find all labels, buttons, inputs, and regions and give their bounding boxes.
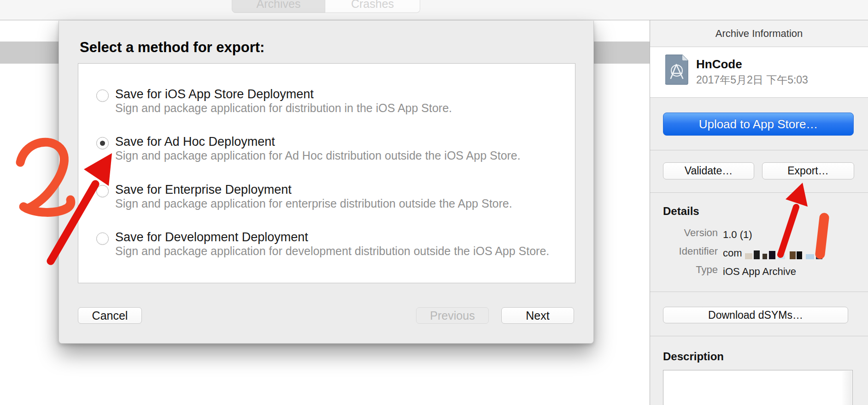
radio-enterprise[interactable] [96,185,109,197]
dialog-title: Select a method for export: [80,39,264,56]
identifier-label: Identifier [650,245,718,259]
option-subtitle: Sign and package application for distrib… [115,101,452,115]
version-value: 1.0 (1) [723,227,752,241]
identifier-value: com [723,245,822,259]
option-title: Save for Ad Hoc Deployment [115,135,275,149]
next-button[interactable]: Next [501,307,574,324]
option-subtitle: Sign and package application for develop… [115,244,549,258]
archive-item: HnCode 2017年5月2日 下午5:03 [650,47,868,98]
type-label: Type [650,264,718,278]
validate-button[interactable]: Validate… [663,162,754,179]
option-title: Save for Enterprise Deployment [115,183,292,197]
description-textarea[interactable] [663,370,853,405]
detail-row-type: Type iOS App Archive [650,264,868,278]
type-value: iOS App Archive [723,264,796,278]
option-app-store-deployment[interactable]: Save for iOS App Store Deployment Sign a… [78,87,575,119]
radio-dot [100,141,105,146]
xcode-organizer-window: Archives Crashes Select a method for exp… [0,0,868,405]
archive-information-header: Archive Information [650,20,868,47]
option-enterprise-deployment[interactable]: Save for Enterprise Deployment Sign and … [78,183,575,215]
validate-export-section: Validate… Export… [650,150,868,193]
detail-row-version: Version 1.0 (1) [650,227,868,241]
tab-crashes[interactable]: Crashes [325,0,420,13]
option-development-deployment[interactable]: Save for Development Deployment Sign and… [78,230,575,262]
organizer-tab-bar: Archives Crashes [232,0,420,13]
upload-to-app-store-button[interactable]: Upload to App Store… [663,113,854,136]
organizer-toolbar: Archives Crashes [0,0,868,20]
option-subtitle: Sign and package application for Ad Hoc … [115,149,521,162]
description-section: Description [650,336,868,405]
radio-app-store[interactable] [96,89,109,102]
radio-development[interactable] [96,232,109,245]
radio-ad-hoc-selected[interactable] [96,137,109,149]
cancel-button[interactable]: Cancel [78,307,142,324]
option-title: Save for Development Deployment [115,230,308,244]
details-section: Details Version 1.0 (1) Identifier com [650,193,868,292]
identifier-censored-blocks [743,250,822,259]
export-button[interactable]: Export… [762,162,854,179]
app-archive-icon [665,54,689,85]
option-title: Save for iOS App Store Deployment [115,87,314,101]
option-ad-hoc-deployment[interactable]: Save for Ad Hoc Deployment Sign and pack… [78,135,575,167]
details-heading: Details [663,205,699,218]
upload-section: Upload to App Store… [650,98,868,150]
previous-button[interactable]: Previous [416,307,489,324]
option-subtitle: Sign and package application for enterpr… [115,197,512,210]
download-dsyms-button[interactable]: Download dSYMs… [663,307,848,323]
export-method-dialog: Select a method for export: Save for iOS… [59,21,594,344]
description-heading: Description [663,350,724,363]
detail-row-identifier: Identifier com [650,245,868,259]
dsyms-section: Download dSYMs… [650,292,868,336]
tab-archives[interactable]: Archives [232,0,325,13]
archive-information-panel: Archive Information HnCode 2017年5月2日 下午5… [650,20,868,405]
app-name: HnCode [696,57,742,71]
export-options-box: Save for iOS App Store Deployment Sign a… [78,63,575,283]
description-scrollbar[interactable] [842,371,852,405]
archive-date: 2017年5月2日 下午5:03 [696,73,808,87]
version-label: Version [650,227,718,241]
